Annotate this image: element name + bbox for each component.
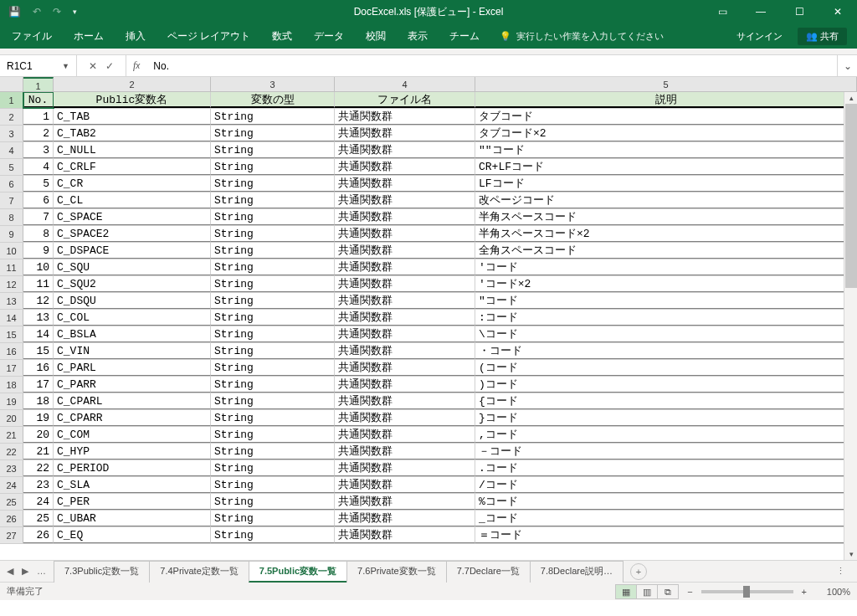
cell[interactable]: 共通関数群 bbox=[335, 427, 475, 443]
cell[interactable]: 13 bbox=[23, 310, 54, 326]
scroll-up-icon[interactable]: ▴ bbox=[844, 92, 857, 104]
tab-home[interactable]: ホーム bbox=[72, 26, 105, 47]
col-header[interactable]: 5 bbox=[475, 77, 857, 91]
cell[interactable]: ＝コード bbox=[475, 527, 857, 543]
cell[interactable]: String bbox=[211, 209, 335, 225]
cell[interactable]: String bbox=[211, 176, 335, 192]
tab-team[interactable]: チーム bbox=[448, 26, 481, 47]
cell[interactable]: 共通関数群 bbox=[335, 410, 475, 426]
cell[interactable]: 共通関数群 bbox=[335, 527, 475, 543]
cell[interactable]: String bbox=[211, 527, 335, 543]
cell[interactable]: C_VIN bbox=[54, 343, 211, 359]
cell[interactable]: 26 bbox=[23, 527, 54, 543]
cell[interactable]: 共通関数群 bbox=[335, 343, 475, 359]
cell[interactable]: 半角スペースコード bbox=[475, 209, 857, 225]
maximize-icon[interactable]: ☐ bbox=[780, 0, 819, 23]
cell[interactable]: 共通関数群 bbox=[335, 243, 475, 259]
cell[interactable]: C_EQ bbox=[54, 527, 211, 543]
cell[interactable]: LFコード bbox=[475, 176, 857, 192]
ribbon-display-icon[interactable]: ▭ bbox=[703, 0, 742, 23]
cell[interactable]: ・コード bbox=[475, 343, 857, 359]
cell[interactable]: 2 bbox=[23, 126, 54, 141]
cell[interactable]: C_UBAR bbox=[54, 511, 211, 526]
sheet-tab[interactable]: 7.7Declare一覧 bbox=[446, 561, 531, 583]
zoom-thumb[interactable] bbox=[743, 586, 750, 598]
row-header[interactable]: 16 bbox=[0, 343, 23, 359]
scroll-down-icon[interactable]: ▾ bbox=[844, 548, 857, 560]
cell[interactable]: タブコード×2 bbox=[475, 126, 857, 141]
tab-formulas[interactable]: 数式 bbox=[270, 26, 294, 47]
sheet-ellipsis[interactable]: … bbox=[37, 566, 46, 577]
cancel-icon[interactable]: ✕ bbox=[89, 60, 97, 72]
cell[interactable]: 共通関数群 bbox=[335, 360, 475, 376]
cell[interactable]: /コード bbox=[475, 477, 857, 493]
cell[interactable]: {コード bbox=[475, 393, 857, 409]
cell[interactable]: C_HYP bbox=[54, 444, 211, 459]
header-cell[interactable]: Public変数名 bbox=[54, 92, 211, 108]
cell[interactable]: 共通関数群 bbox=[335, 126, 475, 141]
cell[interactable]: String bbox=[211, 259, 335, 275]
cell[interactable]: String bbox=[211, 360, 335, 376]
normal-view-icon[interactable]: ▦ bbox=[615, 584, 637, 599]
cell[interactable]: String bbox=[211, 126, 335, 141]
tab-review[interactable]: 校閲 bbox=[364, 26, 387, 47]
row-header[interactable]: 25 bbox=[0, 494, 23, 510]
cell[interactable]: 24 bbox=[23, 494, 54, 510]
zoom-slider[interactable] bbox=[701, 590, 793, 593]
cell[interactable]: －コード bbox=[475, 444, 857, 459]
row-header[interactable]: 19 bbox=[0, 393, 23, 409]
cell[interactable]: String bbox=[211, 159, 335, 175]
cell[interactable]: C_SQU bbox=[54, 259, 211, 275]
cell[interactable]: 21 bbox=[23, 444, 54, 459]
cell[interactable]: 共通関数群 bbox=[335, 209, 475, 225]
row-header[interactable]: 8 bbox=[0, 209, 23, 225]
col-header[interactable]: 4 bbox=[335, 77, 475, 91]
tab-pagelayout[interactable]: ページ レイアウト bbox=[166, 26, 252, 47]
cell[interactable]: 共通関数群 bbox=[335, 444, 475, 459]
cell[interactable]: _コード bbox=[475, 511, 857, 526]
row-header[interactable]: 12 bbox=[0, 276, 23, 292]
cell[interactable]: 共通関数群 bbox=[335, 276, 475, 292]
cell[interactable]: C_SPACE bbox=[54, 209, 211, 225]
cell[interactable]: 9 bbox=[23, 243, 54, 259]
cell[interactable]: C_NULL bbox=[54, 142, 211, 158]
signin-link[interactable]: サインイン bbox=[736, 30, 783, 43]
cell[interactable]: String bbox=[211, 511, 335, 526]
cell[interactable]: 18 bbox=[23, 393, 54, 409]
cell[interactable]: String bbox=[211, 310, 335, 326]
cell[interactable]: \コード bbox=[475, 326, 857, 342]
cell[interactable]: 11 bbox=[23, 276, 54, 292]
cell[interactable]: C_COL bbox=[54, 310, 211, 326]
cell[interactable]: 25 bbox=[23, 511, 54, 526]
cell[interactable]: String bbox=[211, 276, 335, 292]
save-icon[interactable]: 💾 bbox=[8, 6, 21, 18]
sheet-tab[interactable]: 7.6Private変数一覧 bbox=[346, 561, 447, 583]
col-header[interactable]: 3 bbox=[211, 77, 335, 91]
cell[interactable]: String bbox=[211, 326, 335, 342]
cell[interactable]: :コード bbox=[475, 310, 857, 326]
cell[interactable]: %コード bbox=[475, 494, 857, 510]
cell[interactable]: C_PARL bbox=[54, 360, 211, 376]
cell[interactable]: C_SPACE2 bbox=[54, 226, 211, 242]
cell[interactable]: "コード bbox=[475, 293, 857, 309]
cell[interactable]: C_TAB bbox=[54, 109, 211, 125]
cell[interactable]: 16 bbox=[23, 360, 54, 376]
cell[interactable]: String bbox=[211, 494, 335, 510]
cell[interactable]: C_CPARR bbox=[54, 410, 211, 426]
cell[interactable]: 共通関数群 bbox=[335, 326, 475, 342]
cell[interactable]: 8 bbox=[23, 226, 54, 242]
cell[interactable]: 共通関数群 bbox=[335, 511, 475, 526]
col-header[interactable]: 1 bbox=[23, 77, 54, 91]
cell[interactable]: C_BSLA bbox=[54, 326, 211, 342]
cell[interactable]: .コード bbox=[475, 460, 857, 476]
cell[interactable]: String bbox=[211, 109, 335, 125]
cell[interactable]: 共通関数群 bbox=[335, 310, 475, 326]
tab-file[interactable]: ファイル bbox=[10, 26, 54, 47]
header-cell[interactable]: 説明 bbox=[475, 92, 857, 108]
tab-insert[interactable]: 挿入 bbox=[124, 26, 147, 47]
cell[interactable]: String bbox=[211, 393, 335, 409]
cell[interactable]: 共通関数群 bbox=[335, 460, 475, 476]
row-header[interactable]: 22 bbox=[0, 444, 23, 459]
cell[interactable]: 3 bbox=[23, 142, 54, 158]
row-header[interactable]: 3 bbox=[0, 126, 23, 141]
